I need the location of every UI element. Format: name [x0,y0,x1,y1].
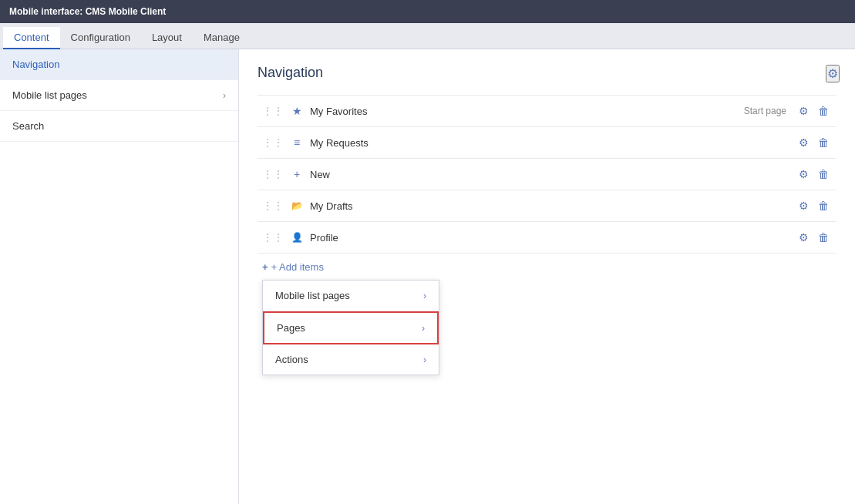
nav-list: ⋮⋮ ★ My Favorites Start page ⚙ 🗑 ⋮⋮ ≡ My… [258,95,836,254]
drafts-icon: 📂 [290,200,304,211]
chevron-right-icon: › [423,291,426,301]
sidebar-item-search[interactable]: Search [0,111,238,142]
plus-icon: + [262,261,268,273]
row-actions: ⚙ 🗑 [796,166,832,182]
table-row: ⋮⋮ 👤 Profile ⚙ 🗑 [258,222,836,254]
delete-button[interactable]: 🗑 [815,230,832,245]
sidebar-item-navigation[interactable]: Navigation [0,49,238,80]
table-row: ⋮⋮ ★ My Favorites Start page ⚙ 🗑 [258,96,836,127]
start-page-badge: Start page [744,106,786,116]
gear-button[interactable]: ⚙ [796,230,812,245]
sidebar-item-label: Mobile list pages [12,89,87,101]
gear-button[interactable]: ⚙ [796,103,812,119]
dropdown-item-actions[interactable]: Actions › [263,344,439,375]
row-actions: ⚙ 🗑 [796,230,832,245]
row-actions: ⚙ 🗑 [796,135,832,150]
add-items-label: + Add items [271,261,324,273]
gear-button[interactable]: ⚙ [796,135,812,150]
dropdown-item-label: Pages [277,322,305,334]
drag-handle-icon[interactable]: ⋮⋮ [262,168,284,180]
nav-item-label: Profile [310,232,796,244]
chevron-right-icon: › [223,90,226,101]
table-row: ⋮⋮ + New ⚙ 🗑 [258,159,836,190]
drag-handle-icon[interactable]: ⋮⋮ [262,231,284,244]
sidebar: Navigation Mobile list pages › Search [0,49,239,504]
page-title: Navigation [258,65,836,81]
row-actions: ⚙ 🗑 [796,198,832,213]
add-items-row[interactable]: + + Add items Mobile list pages › Pages … [258,254,836,281]
top-bar: Mobile interface: CMS Mobile Client [0,0,855,23]
nav-item-label: My Requests [310,137,796,149]
drag-handle-icon[interactable]: ⋮⋮ [262,136,284,149]
nav-item-label: My Drafts [310,200,796,212]
delete-button[interactable]: 🗑 [815,135,832,150]
tab-content[interactable]: Content [3,27,60,49]
nav-item-label: My Favorites [310,106,744,117]
drag-handle-icon[interactable]: ⋮⋮ [262,200,284,212]
row-actions: ⚙ 🗑 [796,103,832,119]
tab-bar: Content Configuration Layout Manage [0,23,855,49]
dropdown-item-pages[interactable]: Pages › [263,311,439,344]
content-area: Navigation ⚙ ⋮⋮ ★ My Favorites Start pag… [239,49,855,504]
dropdown-item-label: Mobile list pages [275,290,350,301]
gear-button[interactable]: ⚙ [796,166,812,182]
chevron-right-icon: › [422,323,425,334]
nav-item-label: New [310,169,796,180]
delete-button[interactable]: 🗑 [815,166,832,182]
table-row: ⋮⋮ ≡ My Requests ⚙ 🗑 [258,127,836,159]
sidebar-item-label: Search [12,120,44,132]
tab-configuration[interactable]: Configuration [60,27,141,49]
sidebar-item-label: Navigation [12,59,59,70]
delete-button[interactable]: 🗑 [815,103,832,119]
tab-manage[interactable]: Manage [193,27,251,49]
star-icon: ★ [290,105,304,117]
top-bar-label: Mobile interface: [9,6,82,17]
chevron-right-icon: › [423,354,426,365]
plus-icon: + [290,168,304,180]
top-bar-appname: CMS Mobile Client [86,6,167,17]
tab-layout[interactable]: Layout [141,27,193,49]
dropdown-item-mobile-list-pages[interactable]: Mobile list pages › [263,281,439,311]
gear-button[interactable]: ⚙ [796,198,812,213]
table-row: ⋮⋮ 📂 My Drafts ⚙ 🗑 [258,190,836,222]
add-items-dropdown: Mobile list pages › Pages › Actions › [262,280,439,375]
dropdown-item-label: Actions [275,354,308,365]
list-icon: ≡ [290,136,304,149]
profile-icon: 👤 [290,232,304,243]
delete-button[interactable]: 🗑 [815,198,832,213]
sidebar-item-mobile-list-pages[interactable]: Mobile list pages › [0,80,238,111]
drag-handle-icon[interactable]: ⋮⋮ [262,105,284,117]
main-layout: Navigation Mobile list pages › Search Na… [0,49,855,504]
settings-icon[interactable]: ⚙ [826,65,840,82]
